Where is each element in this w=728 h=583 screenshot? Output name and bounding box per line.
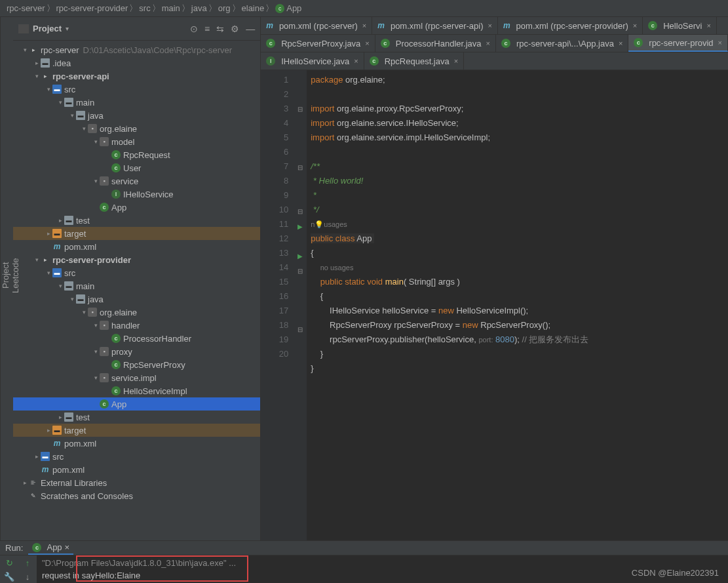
tree-item[interactable]: ▾▪service [13,174,260,188]
tree-item[interactable]: ▸▬test [13,411,260,424]
tree-item[interactable]: cApp [13,397,260,411]
select-opened-icon[interactable]: ⊙ [190,24,198,34]
tree-item[interactable]: ▾▸rpc-server-api [13,70,260,83]
editor-tab[interactable]: crpc-server-provid× [628,35,728,52]
wrench-icon[interactable]: 🔧 [4,572,14,582]
tree-item[interactable]: IIHelloService [13,188,260,201]
cls-icon: c [266,39,275,48]
gutter[interactable]: ⊟ ⊟ ⊟▶ ▶⊟ ⊟ [294,70,307,540]
tree-item[interactable]: cRpcServerProxy [13,358,260,371]
tree-item[interactable]: ▾▬java [13,292,260,306]
breadcrumb-item[interactable]: rpc-server [7,3,45,13]
tree-item[interactable]: ▾▸rpc-serverD:\01Ascetic\Java\Code\Rpc\r… [13,43,260,56]
tab-label: RpcRequest.java [385,56,450,66]
mod-icon: ▸ [41,255,50,264]
tree-item[interactable]: mpom.xml [13,240,260,253]
close-icon[interactable]: × [362,22,366,30]
close-icon[interactable]: × [486,39,490,47]
tree-item[interactable]: ▾▬main [13,96,260,109]
close-icon[interactable]: × [718,39,722,47]
tree-item[interactable]: cRpcRequest [13,148,260,161]
tree-label: handler [111,321,140,331]
editor-tabs-1[interactable]: mpom.xml (rpc-server)×mpom.xml (rpc-serv… [261,17,728,35]
tree-label: User [123,163,141,173]
tree-item[interactable]: cProcessorHandler [13,332,260,345]
code-content[interactable]: package org.elaine; import org.elaine.pr… [307,70,728,540]
run-output[interactable]: "D:\Program Files\Java\jdk1.8.0_31\bin\j… [37,555,728,583]
breadcrumb-item[interactable]: org [218,3,231,13]
tree-item[interactable]: ▾▪proxy [13,345,260,358]
breadcrumb-item[interactable]: main [162,3,180,13]
breadcrumb-item[interactable]: App [286,3,301,13]
editor-tabs-3[interactable]: IIHelloService.java×cRpcRequest.java× [261,52,728,70]
close-icon[interactable]: × [706,22,710,30]
tree-item[interactable]: ▾▪handler [13,319,260,332]
editor-tab[interactable]: mpom.xml (rpc-server)× [261,17,372,34]
leetcode-tab[interactable]: Leetcode [10,24,20,527]
expand-icon[interactable]: ≡ [204,24,210,34]
editor-tab[interactable]: mpom.xml (rpc-server-provider)× [498,17,643,34]
tree-item[interactable]: ▾▪service.impl [13,371,260,384]
tab-label: RpcServerProxy.java [281,39,360,49]
tree-item[interactable]: ▾▬java [13,109,260,122]
collapse-icon[interactable]: ⇆ [216,24,224,34]
left-toolbar[interactable]: Project Leetcode [0,17,13,540]
tree-item[interactable]: mpom.xml [13,463,260,476]
tree-item[interactable]: cHelloServiceImpl [13,384,260,397]
project-tree[interactable]: ▾▸rpc-serverD:\01Ascetic\Java\Code\Rpc\r… [13,41,260,540]
close-icon[interactable]: × [354,57,358,65]
tree-item[interactable]: ▸▬.idea [13,56,260,70]
tree-item[interactable]: ▸⊪External Libraries [13,476,260,489]
editor-tab[interactable]: IIHelloService.java× [261,52,364,70]
close-icon[interactable]: × [488,22,491,30]
tree-item[interactable]: ▾▪org.elaine [13,306,260,319]
close-icon[interactable]: × [454,57,458,65]
tree-item[interactable]: ▾▪model [13,135,260,148]
rerun-icon[interactable]: ↻ [6,558,13,568]
breadcrumb-item[interactable]: elaine [242,3,265,13]
editor-tab[interactable]: cProcessorHandler.java× [375,35,496,52]
run-tab[interactable]: c App × [28,541,73,555]
breadcrumb[interactable]: rpc-server〉rpc-server-provider〉src〉main〉… [0,0,728,17]
tree-item[interactable]: ▸▬target [13,424,260,437]
breadcrumb-item[interactable]: rpc-server-provider [56,3,128,13]
up-icon[interactable]: ↑ [26,558,30,568]
editor-tab[interactable]: crpc-server-api\...\App.java× [496,35,628,52]
tree-item[interactable]: ▾▬src [13,266,260,279]
code-editor[interactable]: 1234567891011121314151617181920 ⊟ ⊟ ⊟▶ ▶… [261,70,728,540]
tree-item[interactable]: ✎Scratches and Consoles [13,489,260,502]
tree-item[interactable]: cUser [13,161,260,174]
tree-item[interactable]: ▾▬main [13,279,260,292]
project-dropdown-icon[interactable]: ▾ [66,25,69,32]
tree-label: .idea [52,58,71,68]
close-icon[interactable]: × [365,39,369,47]
editor-tabs-2[interactable]: cRpcServerProxy.java×cProcessorHandler.j… [261,35,728,52]
breadcrumb-item[interactable]: src [139,3,150,13]
gear-icon[interactable]: ⚙ [231,24,239,34]
down-icon[interactable]: ↓ [26,572,30,582]
close-icon[interactable]: × [65,542,70,552]
breadcrumb-item[interactable]: java [191,3,207,13]
editor-tab[interactable]: cRpcRequest.java× [364,52,464,70]
editor-tab[interactable]: cRpcServerProxy.java× [261,35,375,52]
tree-item[interactable]: ▾▬src [13,83,260,96]
tree-item[interactable]: ▾▸rpc-server-provider [13,253,260,266]
tree-item[interactable]: ▾▪org.elaine [13,122,260,135]
editor-tab[interactable]: mpom.xml (rpc-server-api)× [372,17,498,34]
project-tab[interactable]: Project [1,24,10,527]
close-icon[interactable]: × [633,22,637,30]
tree-item[interactable]: ▸▬src [13,450,260,463]
tree-item[interactable]: cApp [13,201,260,214]
cls-icon: c [111,360,121,369]
int-icon: I [111,190,121,199]
tree-item[interactable]: ▸▬target [13,227,260,240]
tree-item[interactable]: mpom.xml [13,437,260,450]
tree-label: pom.xml [52,465,85,475]
project-title[interactable]: Project [33,24,62,33]
close-icon[interactable]: × [619,39,623,47]
tree-item[interactable]: ▸▬test [13,214,260,227]
editor-tab[interactable]: cHelloServi× [643,17,717,34]
m-ico-icon: m [266,21,273,30]
minimize-icon[interactable]: — [246,24,255,34]
pkg-icon: ▪ [88,308,97,317]
